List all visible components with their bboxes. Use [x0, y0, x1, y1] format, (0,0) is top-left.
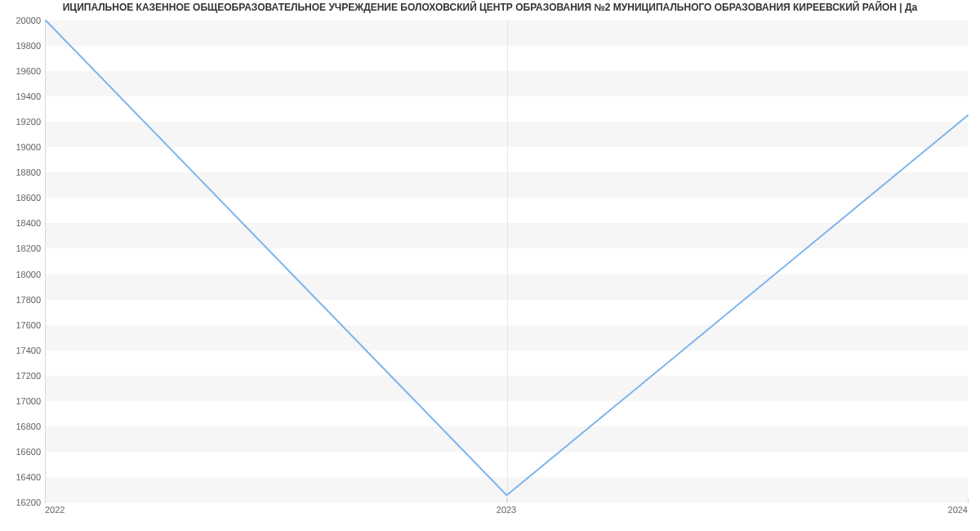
y-tick-label: 16200 — [4, 498, 41, 507]
y-tick-label: 16600 — [4, 447, 41, 457]
y-tick-label: 17600 — [4, 320, 41, 330]
x-tick-label: 2024 — [948, 505, 968, 515]
chart-area: 1620016400166001680017000172001740017600… — [0, 16, 980, 523]
y-tick-label: 18800 — [4, 167, 41, 177]
y-tick-label: 17800 — [4, 295, 41, 305]
x-tick-label: 2022 — [45, 505, 65, 515]
y-tick-label: 19000 — [4, 142, 41, 152]
y-tick-label: 19800 — [4, 41, 41, 51]
y-tick-label: 20000 — [4, 16, 41, 25]
y-tick-label: 19200 — [4, 117, 41, 127]
line-series — [46, 20, 968, 502]
y-tick-label: 16800 — [4, 422, 41, 431]
y-tick-label: 17400 — [4, 346, 41, 355]
x-tick-mark — [45, 498, 46, 503]
y-tick-label: 18000 — [4, 270, 41, 279]
y-tick-label: 17000 — [4, 396, 41, 406]
y-tick-label: 19400 — [4, 91, 41, 101]
x-tick-mark — [968, 498, 969, 503]
y-tick-label: 18400 — [4, 218, 41, 228]
y-tick-label: 16400 — [4, 472, 41, 482]
y-tick-label: 17200 — [4, 371, 41, 381]
x-tick-label: 2023 — [497, 505, 516, 515]
y-tick-label: 18200 — [4, 243, 41, 253]
y-tick-label: 19600 — [4, 66, 41, 76]
plot-region — [45, 20, 968, 502]
x-tick-mark — [506, 498, 507, 503]
y-tick-label: 18600 — [4, 193, 41, 203]
chart-title: ИЦИПАЛЬНОЕ КАЗЕННОЕ ОБЩЕОБРАЗОВАТЕЛЬНОЕ … — [0, 0, 980, 16]
